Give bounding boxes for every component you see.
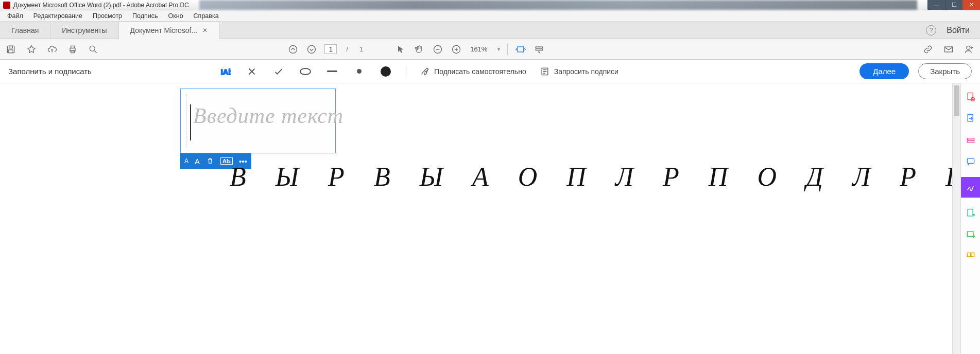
page-content-text: В Ы Р В Ы А О П Л Р П О Д Л Р П (230, 162, 952, 192)
font-size-small-icon[interactable]: A (184, 157, 188, 165)
request-sign-icon (540, 66, 550, 77)
page-separator: / (346, 45, 348, 53)
svg-rect-27 (971, 253, 974, 257)
oval-tool[interactable] (299, 65, 312, 78)
svg-rect-13 (536, 49, 543, 50)
tab-home[interactable]: Главная (0, 22, 50, 39)
mail-icon[interactable] (943, 44, 954, 55)
page-display-icon[interactable] (534, 44, 545, 55)
create-pdf-icon[interactable] (965, 91, 977, 103)
export-pdf-icon[interactable] (965, 112, 977, 125)
comment-icon[interactable] (965, 155, 977, 168)
tab-document-label: Документ Microsof... (130, 26, 198, 34)
check-mark-tool[interactable] (272, 65, 285, 78)
help-icon[interactable]: ? (926, 25, 936, 36)
svg-rect-2 (9, 49, 13, 52)
svg-rect-5 (71, 50, 75, 52)
search-icon[interactable] (88, 44, 99, 55)
page-down-icon[interactable] (306, 44, 317, 55)
svg-text:IAb: IAb (221, 67, 231, 76)
color-picker[interactable] (379, 65, 392, 78)
signature-icon (420, 66, 430, 77)
svg-rect-26 (967, 253, 970, 257)
titlebar-blur (199, 0, 917, 10)
text-placeholder: Введите текст (193, 103, 343, 128)
window-minimize-button[interactable]: — (927, 0, 945, 10)
sign-in-link[interactable]: Войти (947, 26, 970, 35)
document-stage[interactable]: Введите текст A A AЬ ••• В Ы Р В Ы А О П… (0, 83, 952, 354)
svg-rect-1 (9, 46, 13, 48)
svg-rect-21 (967, 138, 974, 140)
quick-toolbar: / 1 161% ▾ (0, 39, 980, 60)
page-up-icon[interactable] (287, 44, 299, 55)
svg-rect-22 (967, 141, 974, 143)
add-user-icon[interactable] (964, 44, 975, 55)
svg-point-8 (308, 45, 316, 53)
svg-rect-25 (967, 232, 973, 236)
svg-point-15 (967, 46, 970, 49)
organize-pages-icon[interactable] (965, 207, 977, 219)
request-sign-button[interactable]: Запросить подписи (540, 66, 618, 77)
line-tool[interactable] (325, 65, 339, 78)
link-share-icon[interactable] (922, 44, 934, 55)
print-icon[interactable] (67, 44, 78, 55)
add-text-tool[interactable]: IAb (218, 65, 232, 78)
vertical-scrollbar[interactable] (952, 83, 960, 354)
tab-tools[interactable]: Инструменты (50, 22, 118, 39)
next-button[interactable]: Далее (859, 63, 909, 79)
svg-rect-24 (968, 209, 973, 216)
fill-sign-title: Заполнить и подписать (8, 67, 92, 76)
menu-file[interactable]: Файл (3, 11, 27, 21)
self-sign-button[interactable]: Подписать самостоятельно (420, 66, 526, 77)
fill-divider (406, 66, 406, 77)
page-total: 1 (359, 45, 363, 53)
text-box-margin-rule (186, 94, 186, 148)
self-sign-label: Подписать самостоятельно (434, 67, 526, 76)
toolbar-divider (507, 44, 508, 55)
page-number-input[interactable] (324, 44, 337, 54)
svg-rect-11 (518, 47, 524, 52)
text-input-box[interactable]: Введите текст (180, 88, 336, 153)
font-size-large-icon[interactable]: A (195, 157, 200, 166)
send-review-icon[interactable] (965, 228, 977, 241)
cloud-upload-icon[interactable] (46, 44, 58, 55)
window-maximize-button[interactable]: ☐ (945, 0, 962, 10)
star-icon[interactable] (26, 44, 37, 55)
menu-view[interactable]: Просмотр (89, 11, 126, 21)
fill-sign-toolbar: Заполнить и подписать IAb Подписать само… (0, 60, 980, 83)
app-icon (3, 2, 10, 9)
window-close-button[interactable]: ✕ (962, 0, 980, 10)
menu-window[interactable]: Окно (164, 11, 187, 21)
fit-width-icon[interactable] (515, 44, 526, 55)
svg-rect-23 (967, 158, 974, 163)
menu-edit[interactable]: Редактирование (29, 11, 87, 21)
menu-help[interactable]: Справка (190, 11, 223, 21)
edit-pdf-icon[interactable] (965, 134, 977, 146)
cross-mark-tool[interactable] (245, 65, 259, 78)
menu-sign[interactable]: Подпись (128, 11, 162, 21)
selection-cursor-icon[interactable] (395, 44, 406, 55)
svg-rect-18 (968, 93, 973, 100)
save-icon[interactable] (5, 44, 16, 55)
dot-tool[interactable] (352, 65, 366, 78)
svg-rect-4 (71, 46, 75, 48)
svg-point-7 (289, 45, 297, 53)
fill-sign-icon[interactable] (961, 177, 981, 198)
request-sign-label: Запросить подписи (554, 67, 618, 76)
svg-rect-12 (536, 47, 543, 48)
tab-document[interactable]: Документ Microsof... ✕ (119, 22, 220, 39)
text-cursor (190, 104, 191, 140)
hand-pan-icon[interactable] (414, 44, 425, 55)
right-side-panel (960, 83, 980, 354)
zoom-dropdown-icon[interactable]: ▾ (497, 46, 500, 52)
zoom-in-icon[interactable] (451, 44, 462, 55)
window-titlebar: Документ Microsoft Office Word (2).pdf -… (0, 0, 980, 10)
close-button[interactable]: Закрыть (918, 63, 972, 79)
zoom-out-icon[interactable] (432, 44, 443, 55)
tabs-row: Главная Инструменты Документ Microsof...… (0, 22, 980, 39)
more-tools-icon[interactable] (965, 250, 977, 262)
tab-close-icon[interactable]: ✕ (202, 27, 208, 34)
scrollbar-thumb[interactable] (954, 85, 959, 116)
delete-text-icon[interactable] (206, 157, 214, 165)
zoom-value[interactable]: 161% (470, 45, 487, 53)
